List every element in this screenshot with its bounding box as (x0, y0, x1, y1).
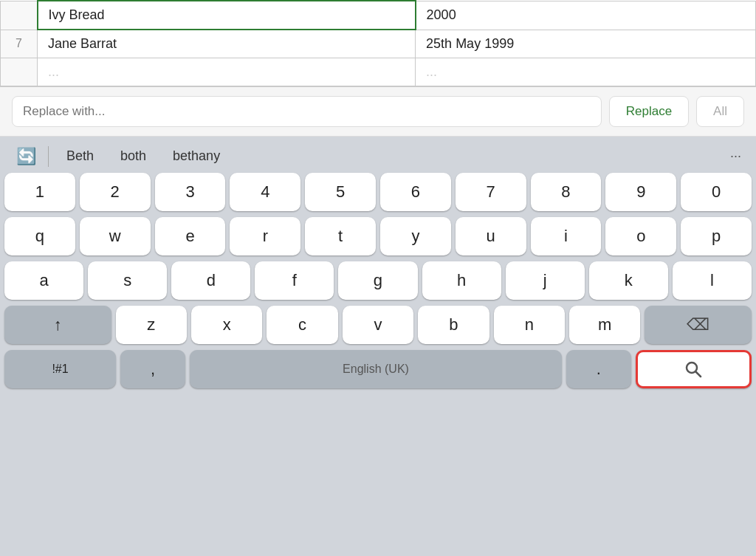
cell-25th-may-1999[interactable]: 25th May 1999 (416, 30, 756, 58)
key-z[interactable]: z (116, 306, 187, 344)
key-d[interactable]: d (171, 261, 250, 300)
spreadsheet-area: Ivy Bread 2000 7 Jane Barrat 25th May 19… (0, 0, 756, 87)
key-j[interactable]: j (506, 261, 585, 300)
key-7[interactable]: 7 (456, 173, 526, 211)
key-9[interactable]: 9 (605, 173, 676, 211)
backspace-icon: ⌫ (687, 315, 709, 334)
table-row: 7 Jane Barrat 25th May 1999 (1, 30, 756, 58)
space-key[interactable]: English (UK) (190, 350, 562, 388)
key-o[interactable]: o (605, 217, 676, 255)
row-num-7: 7 (1, 30, 38, 58)
key-k[interactable]: k (589, 261, 668, 300)
key-q[interactable]: q (4, 217, 75, 255)
cell-jane-barrat[interactable]: Jane Barrat (38, 30, 416, 58)
key-b[interactable]: b (418, 306, 489, 344)
key-1[interactable]: 1 (4, 173, 75, 211)
kb-row-asdf: a s d f g h j k l (4, 261, 752, 300)
key-m[interactable]: m (569, 306, 640, 344)
key-h[interactable]: h (422, 261, 501, 300)
key-a[interactable]: a (4, 261, 83, 300)
cell-ivy-bread[interactable]: Ivy Bread (38, 1, 416, 30)
period-key[interactable]: . (566, 350, 631, 388)
key-v[interactable]: v (343, 306, 413, 344)
search-icon (684, 360, 703, 379)
table-row-partial: ... ... (1, 58, 756, 86)
key-0[interactable]: 0 (681, 173, 752, 211)
key-f[interactable]: f (255, 261, 334, 300)
data-table: Ivy Bread 2000 7 Jane Barrat 25th May 19… (0, 0, 756, 86)
key-y[interactable]: y (380, 217, 451, 255)
key-l[interactable]: l (673, 261, 752, 300)
kb-row-zxcvbnm: ↑ z x c v b n m ⌫ (4, 306, 752, 344)
kb-row-qwerty: q w e r t y u i o p (4, 217, 752, 255)
key-6[interactable]: 6 (380, 173, 451, 211)
key-i[interactable]: i (531, 217, 602, 255)
key-t[interactable]: t (305, 217, 376, 255)
key-x[interactable]: x (191, 306, 262, 344)
key-w[interactable]: w (80, 217, 151, 255)
emoji-icon[interactable]: 🔄 (9, 147, 44, 166)
keyboard-keys: 1 2 3 4 5 6 7 8 9 0 q w e r t y u i o p … (3, 173, 753, 388)
key-4[interactable]: 4 (230, 173, 300, 211)
suggestions-divider (48, 146, 49, 167)
table-wrapper: Ivy Bread 2000 7 Jane Barrat 25th May 19… (0, 0, 756, 86)
key-5[interactable]: 5 (305, 173, 376, 211)
kb-row-bottom: !#1 , English (UK) . (4, 350, 752, 388)
key-r[interactable]: r (230, 217, 300, 255)
key-3[interactable]: 3 (155, 173, 226, 211)
key-s[interactable]: s (88, 261, 167, 300)
suggestions-bar: 🔄 Beth both bethany ··· (3, 141, 753, 173)
replace-button[interactable]: Replace (609, 96, 689, 127)
replace-toolbar: Replace All (0, 87, 756, 137)
svg-line-1 (696, 372, 701, 377)
suggestions-more[interactable]: ··· (724, 145, 747, 167)
all-button[interactable]: All (696, 96, 744, 127)
table-row: Ivy Bread 2000 (1, 1, 756, 30)
shift-key[interactable]: ↑ (4, 306, 111, 344)
key-p[interactable]: p (681, 217, 752, 255)
kb-row-numbers: 1 2 3 4 5 6 7 8 9 0 (4, 173, 752, 211)
delete-key[interactable]: ⌫ (645, 306, 752, 344)
cell-2000[interactable]: 2000 (416, 1, 756, 30)
symbols-key[interactable]: !#1 (4, 350, 116, 388)
suggestion-bethany[interactable]: bethany (159, 145, 233, 167)
key-u[interactable]: u (456, 217, 526, 255)
comma-key[interactable]: , (120, 350, 185, 388)
search-key[interactable] (636, 350, 752, 388)
key-n[interactable]: n (494, 306, 565, 344)
key-2[interactable]: 2 (80, 173, 151, 211)
key-c[interactable]: c (267, 306, 337, 344)
keyboard-container: 🔄 Beth both bethany ··· 1 2 3 4 5 6 7 8 … (0, 137, 756, 556)
suggestion-beth[interactable]: Beth (53, 145, 107, 167)
cell-partial-name: ... (38, 58, 416, 86)
row-num (1, 1, 38, 30)
key-8[interactable]: 8 (531, 173, 602, 211)
row-num-partial (1, 58, 38, 86)
cell-partial-date: ... (416, 58, 756, 86)
replace-input[interactable] (12, 96, 602, 127)
suggestion-both[interactable]: both (107, 145, 159, 167)
key-e[interactable]: e (155, 217, 226, 255)
key-g[interactable]: g (338, 261, 417, 300)
